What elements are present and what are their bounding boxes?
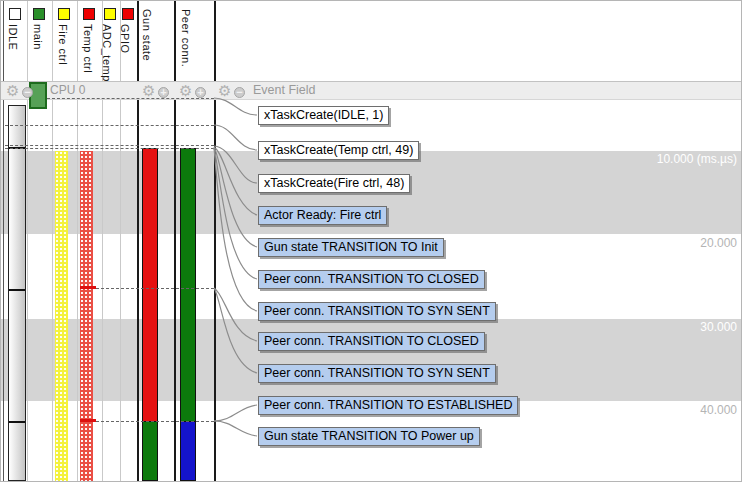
event-label[interactable]: Actor Ready: Fire ctrl [258, 206, 387, 225]
column-header-temp-ctrl: Temp ctrl [82, 24, 94, 73]
event-label[interactable]: xTaskCreate(Fire ctrl, 48) [258, 174, 410, 193]
time-tick-30ms: 30.000 [607, 320, 737, 334]
column-header-main: main [32, 24, 44, 50]
event-label[interactable]: Gun state TRANSITION TO Init [258, 238, 444, 257]
task-color-swatch-main[interactable] [33, 8, 45, 20]
event-marker-temp-ctrl [80, 286, 96, 289]
event-time-line [5, 145, 214, 146]
grid-line [77, 1, 78, 482]
cpu-label: CPU 0 [50, 82, 85, 99]
fire-ctrl-task-bar[interactable] [55, 151, 68, 481]
time-tick-40ms: 40.000 [607, 403, 737, 417]
column-header-gun-state: Gun state [141, 9, 153, 61]
gun-state-bar-init[interactable] [142, 148, 158, 422]
collapse-icon[interactable]: − [234, 87, 245, 98]
event-label[interactable]: Peer conn. TRANSITION TO SYN SENT [258, 364, 496, 383]
task-color-swatch-adc-temp[interactable] [104, 8, 116, 20]
event-label[interactable]: Peer conn. TRANSITION TO SYN SENT [258, 302, 496, 321]
column-header-idle: IDLE [7, 24, 19, 50]
event-label[interactable]: xTaskCreate(Temp ctrl, 49) [258, 141, 419, 160]
task-color-swatch-idle[interactable] [9, 8, 21, 20]
grid-line [3, 1, 4, 482]
event-field-label: Event Field [253, 82, 316, 99]
column-header-fire-ctrl: Fire ctrl [57, 24, 69, 65]
temp-ctrl-task-bar[interactable] [80, 151, 93, 481]
event-label[interactable]: xTaskCreate(IDLE, 1) [258, 106, 389, 125]
idle-task-bar[interactable] [8, 105, 26, 481]
grid-line [174, 1, 176, 482]
event-time-line [96, 288, 214, 289]
segment-divider [9, 289, 25, 291]
event-label[interactable]: Gun state TRANSITION TO Power up [258, 427, 480, 446]
task-color-swatch-temp-ctrl[interactable] [83, 8, 95, 20]
event-marker-temp-ctrl [80, 419, 96, 422]
grid-line [27, 1, 28, 482]
event-label[interactable]: Peer conn. TRANSITION TO ESTABLISHED [258, 396, 518, 415]
expand-icon[interactable]: + [195, 87, 206, 98]
event-label[interactable]: Peer conn. TRANSITION TO CLOSED [258, 332, 485, 351]
event-time-line [96, 421, 214, 422]
collapse-icon[interactable]: − [22, 87, 33, 98]
expand-icon[interactable]: + [158, 87, 169, 98]
grid-line [214, 1, 216, 482]
grid-line [120, 1, 121, 482]
time-tick-10ms: 10.000 (ms.µs) [607, 152, 737, 166]
gear-icon[interactable]: ⚙ [142, 82, 155, 99]
trace-view: IDLE main Fire ctrl Temp ctrl ADC_temp G… [0, 0, 742, 482]
gun-state-bar-power-up[interactable] [142, 421, 158, 481]
column-header-adc-temp: ADC_temp [101, 24, 113, 82]
gear-icon[interactable]: ⚙ [6, 82, 19, 99]
time-tick-20ms: 20.000 [607, 236, 737, 250]
segment-divider [9, 421, 25, 423]
event-time-line [5, 125, 214, 126]
grid-line [52, 1, 53, 482]
event-time-line [47, 98, 214, 99]
event-time-line [5, 148, 214, 149]
column-header-peer-conn: Peer conn. [180, 9, 192, 67]
column-header-gpio: GPIO [119, 24, 131, 54]
gear-icon[interactable]: ⚙ [218, 82, 231, 99]
task-color-swatch-fire-ctrl[interactable] [58, 8, 70, 20]
peer-conn-bar-closed[interactable] [180, 148, 196, 422]
grid-line [137, 1, 139, 482]
event-label[interactable]: Peer conn. TRANSITION TO CLOSED [258, 270, 485, 289]
gear-icon[interactable]: ⚙ [179, 82, 192, 99]
task-color-swatch-gpio[interactable] [122, 8, 134, 20]
peer-conn-bar-established[interactable] [180, 421, 196, 481]
